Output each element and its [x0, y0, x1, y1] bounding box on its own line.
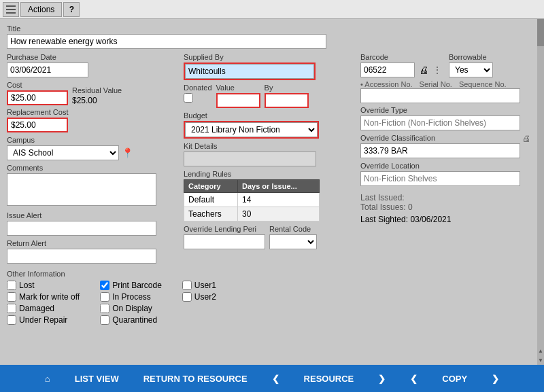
user1-checkbox[interactable] — [182, 281, 192, 290]
in-process-checkbox[interactable] — [100, 292, 109, 302]
issue-alert-input[interactable] — [7, 221, 156, 236]
override-lending-group: Override Lending Peri — [184, 225, 265, 249]
prev-chevron-icon: ❮ — [272, 374, 279, 384]
on-display-label[interactable]: On Display — [100, 304, 162, 313]
override-location-label: Override Location — [360, 162, 530, 170]
scroll-down-icon[interactable]: ▼ — [537, 357, 544, 363]
copy-next-button[interactable]: ❯ — [486, 371, 505, 387]
actions-button[interactable]: Actions — [20, 2, 62, 17]
classification-icon[interactable]: 🖨 — [522, 134, 530, 143]
resource-next-button[interactable]: ❯ — [373, 371, 391, 387]
return-label: RETURN TO RESOURCE — [143, 374, 248, 384]
title-input[interactable] — [7, 34, 326, 49]
borrowable-select[interactable]: Yes No — [449, 63, 493, 77]
last-issued: Last Issued: — [360, 193, 530, 202]
scrollbar-thumb[interactable] — [537, 19, 544, 46]
lending-col-days: Days or Issue... — [238, 180, 320, 193]
user2-checkbox[interactable] — [182, 292, 192, 302]
accession-input[interactable] — [360, 88, 520, 103]
write-off-label[interactable]: Mark for write off — [7, 292, 80, 302]
barcode-menu-icon[interactable]: ⋮ — [432, 65, 442, 75]
checkboxes-left: Lost Mark for write off Damaged Under Re… — [7, 281, 80, 327]
user2-label[interactable]: User2 — [182, 292, 216, 302]
kit-details-input[interactable] — [184, 152, 316, 166]
by-input[interactable] — [265, 93, 309, 108]
override-type-group: Override Type — [360, 106, 530, 130]
middle-column: Supplied By Donated Value — [184, 53, 347, 267]
write-off-checkbox[interactable] — [7, 292, 16, 302]
next-chevron-icon: ❯ — [378, 374, 386, 384]
return-to-resource-button[interactable]: RETURN TO RESOURCE — [138, 371, 253, 387]
borrowable-label: Borrowable — [449, 53, 493, 61]
menu-icon[interactable] — [3, 2, 19, 17]
quarantined-checkbox[interactable] — [100, 315, 109, 325]
replacement-label: Replacement Cost — [7, 108, 177, 116]
override-location-input[interactable] — [360, 171, 520, 186]
replacement-input[interactable] — [7, 118, 68, 132]
override-classification-input[interactable] — [360, 143, 520, 158]
other-info-section: Other Information Lost Mark for write of… — [7, 270, 530, 327]
resource-text: RESOURCE — [304, 374, 354, 384]
help-button[interactable]: ? — [63, 2, 80, 17]
damaged-label[interactable]: Damaged — [7, 304, 80, 313]
borrowable-group: Borrowable Yes No — [449, 53, 493, 77]
override-type-input[interactable] — [360, 115, 520, 130]
donated-group: Donated Value By — [184, 84, 347, 108]
barcode-group: Barcode 🖨 ⋮ — [360, 53, 442, 77]
comments-input[interactable] — [7, 173, 156, 206]
kit-details-label: Kit Details — [184, 142, 347, 150]
lending-rules-group: Lending Rules Category Days or Issue... … — [184, 170, 347, 221]
main-content: Title Purchase Date Cost — [0, 19, 537, 365]
copy-prev-button[interactable]: ❮ — [405, 371, 423, 387]
print-icon[interactable]: 🖨 — [419, 65, 428, 75]
cost-group: Cost — [7, 81, 68, 105]
replacement-group: Replacement Cost — [7, 108, 177, 132]
issue-alert-label: Issue Alert — [7, 211, 177, 219]
override-classification-label: Override Classification — [360, 134, 435, 142]
svg-rect-2 — [6, 12, 16, 14]
resource-prev-button[interactable]: ❮ — [267, 371, 285, 387]
lost-label[interactable]: Lost — [7, 281, 80, 290]
under-repair-checkbox[interactable] — [7, 315, 16, 325]
last-sighted: Last Sighted: 03/06/2021 — [360, 215, 530, 224]
override-lending-input[interactable] — [184, 234, 265, 249]
residual-group: Residual Value $25.00 — [72, 86, 122, 105]
campus-select[interactable]: AIS School — [7, 145, 119, 160]
scrollbar[interactable]: ▲ ▼ — [537, 19, 544, 365]
override-location-group: Override Location — [360, 162, 530, 186]
donated-checkbox[interactable] — [184, 93, 193, 103]
donated-label: Donated — [184, 84, 212, 92]
return-alert-input[interactable] — [7, 249, 156, 264]
checkboxes-middle: Print Barcode In Process On Display Quar… — [100, 281, 162, 327]
quarantined-label[interactable]: Quarantined — [100, 315, 162, 325]
override-rental-row: Override Lending Peri Rental Code — [184, 225, 347, 249]
scroll-up-icon[interactable]: ▲ — [537, 348, 544, 354]
print-barcode-checkbox[interactable] — [100, 281, 109, 290]
copy-next-chevron-icon: ❯ — [492, 374, 499, 384]
barcode-input[interactable] — [360, 63, 415, 77]
purchase-date-input[interactable] — [7, 63, 88, 77]
under-repair-label[interactable]: Under Repair — [7, 315, 80, 325]
rental-code-select[interactable] — [269, 234, 317, 249]
home-button[interactable]: ⌂ — [39, 371, 56, 387]
purchase-date-label: Purchase Date — [7, 53, 177, 61]
print-barcode-label[interactable]: Print Barcode — [100, 281, 162, 290]
damaged-checkbox[interactable] — [7, 304, 16, 313]
budget-select[interactable]: 2021 Library Non Fiction — [185, 122, 318, 137]
value-input[interactable] — [216, 93, 260, 108]
checkboxes-right: User1 User2 — [182, 281, 216, 327]
cost-input[interactable] — [7, 90, 68, 105]
title-label: Title — [7, 24, 530, 33]
list-view-button[interactable]: LIST VIEW — [69, 371, 124, 387]
return-alert-group: Return Alert — [7, 239, 177, 264]
kit-details-group: Kit Details — [184, 142, 347, 166]
lost-checkbox[interactable] — [7, 281, 16, 290]
user1-label[interactable]: User1 — [182, 281, 216, 290]
budget-group: Budget 2021 Library Non Fiction — [184, 111, 347, 139]
supplied-by-input[interactable] — [185, 64, 314, 79]
cost-row: Cost Residual Value $25.00 — [7, 81, 177, 105]
on-display-checkbox[interactable] — [100, 304, 109, 313]
pin-icon[interactable]: 📍 — [122, 147, 133, 158]
in-process-label[interactable]: In Process — [100, 292, 162, 302]
budget-label: Budget — [184, 111, 347, 120]
